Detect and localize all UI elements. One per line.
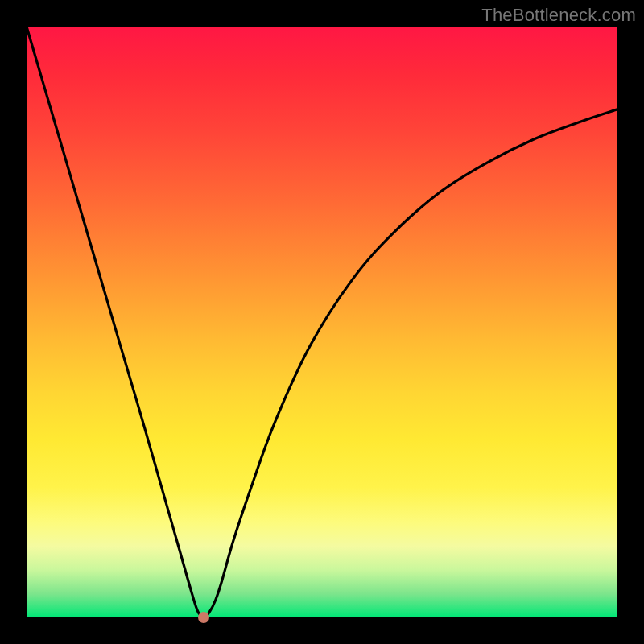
bottleneck-curve-path xyxy=(27,27,617,617)
curve-svg xyxy=(27,27,617,617)
watermark-text: TheBottleneck.com xyxy=(481,5,636,26)
plot-area xyxy=(27,27,617,617)
optimal-point-marker xyxy=(198,612,209,623)
chart-frame: TheBottleneck.com xyxy=(0,0,644,644)
